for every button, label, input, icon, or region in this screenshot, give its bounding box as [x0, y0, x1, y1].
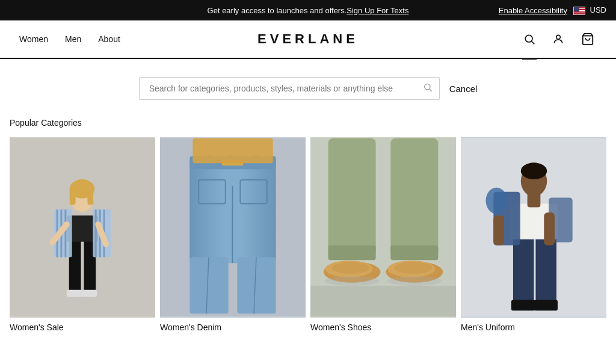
- svg-rect-43: [328, 138, 376, 258]
- svg-line-1: [532, 42, 535, 45]
- category-card-mens-uniform[interactable]: Men's Uniform: [461, 137, 606, 332]
- category-label-mens-uniform: Men's Uniform: [461, 322, 606, 332]
- search-input[interactable]: [139, 77, 440, 100]
- svg-rect-9: [67, 290, 82, 297]
- mens-uniform-illustration: [461, 137, 606, 318]
- search-area: Cancel: [0, 59, 616, 112]
- us-flag-icon: [573, 7, 585, 15]
- category-card-womens-shoes[interactable]: Women's Shoes: [310, 137, 456, 332]
- svg-point-52: [394, 262, 432, 274]
- svg-point-2: [556, 35, 561, 39]
- svg-rect-44: [390, 138, 438, 258]
- categories-title: Popular Categories: [10, 118, 606, 128]
- category-label-womens-denim: Women's Denim: [160, 322, 306, 332]
- svg-rect-22: [70, 187, 76, 205]
- banner-right: Enable Accessibility USD: [499, 5, 606, 15]
- banner-text: Get early access to launches and offers.: [208, 6, 347, 15]
- categories-grid: Women's Sale: [10, 137, 606, 332]
- currency-display: USD: [573, 5, 606, 15]
- womens-shoes-illustration: [310, 137, 456, 318]
- category-image-womens-denim: [160, 137, 306, 318]
- svg-point-54: [387, 276, 442, 286]
- nav-men[interactable]: Men: [65, 34, 81, 44]
- popular-categories-section: Popular Categories: [0, 112, 616, 344]
- category-label-womens-sale: Women's Sale: [10, 322, 155, 332]
- account-button[interactable]: [550, 31, 567, 48]
- search-input-wrapper: [139, 77, 440, 100]
- womens-denim-illustration: [160, 137, 306, 318]
- svg-line-5: [430, 89, 432, 91]
- site-header: Women Men About EVERLANE: [0, 20, 616, 59]
- account-icon: [552, 33, 564, 45]
- svg-rect-45: [328, 245, 376, 261]
- womens-sale-illustration: [10, 137, 155, 318]
- category-image-womens-shoes: [310, 137, 456, 318]
- currency-label: USD: [590, 5, 606, 14]
- nav-about[interactable]: About: [98, 34, 120, 44]
- svg-rect-55: [310, 286, 456, 316]
- svg-point-0: [525, 35, 532, 42]
- category-image-womens-sale: [10, 137, 155, 318]
- search-input-icon: [423, 82, 433, 94]
- cancel-search-button[interactable]: Cancel: [449, 84, 478, 94]
- svg-point-70: [485, 188, 507, 214]
- svg-point-4: [424, 84, 430, 90]
- search-icon: [523, 33, 535, 45]
- svg-point-67: [521, 162, 547, 179]
- svg-rect-10: [82, 290, 97, 297]
- search-button[interactable]: [521, 31, 538, 48]
- svg-rect-68: [493, 215, 504, 245]
- svg-rect-60: [511, 300, 535, 311]
- svg-rect-41: [192, 138, 273, 163]
- svg-rect-23: [87, 187, 93, 205]
- svg-rect-69: [544, 212, 555, 245]
- category-card-womens-denim[interactable]: Women's Denim: [160, 137, 306, 332]
- category-image-mens-uniform: [461, 137, 606, 318]
- banner-cta-link[interactable]: Sign Up For Texts: [346, 6, 408, 15]
- svg-point-49: [332, 262, 370, 274]
- category-label-womens-shoes: Women's Shoes: [310, 322, 456, 332]
- category-card-womens-sale[interactable]: Women's Sale: [10, 137, 155, 332]
- header-icons: [521, 30, 597, 48]
- svg-rect-37: [189, 257, 228, 313]
- cart-icon: [581, 32, 594, 46]
- svg-rect-38: [237, 257, 276, 313]
- accessibility-link[interactable]: Enable Accessibility: [499, 6, 567, 15]
- svg-rect-61: [534, 300, 558, 311]
- site-logo: EVERLANE: [257, 31, 359, 47]
- nav-women[interactable]: Women: [19, 34, 48, 44]
- cart-button[interactable]: [579, 30, 597, 48]
- promo-banner: Get early access to launches and offers.…: [0, 0, 616, 20]
- main-nav: Women Men About: [19, 34, 120, 44]
- svg-rect-46: [390, 245, 438, 261]
- svg-point-53: [325, 276, 380, 286]
